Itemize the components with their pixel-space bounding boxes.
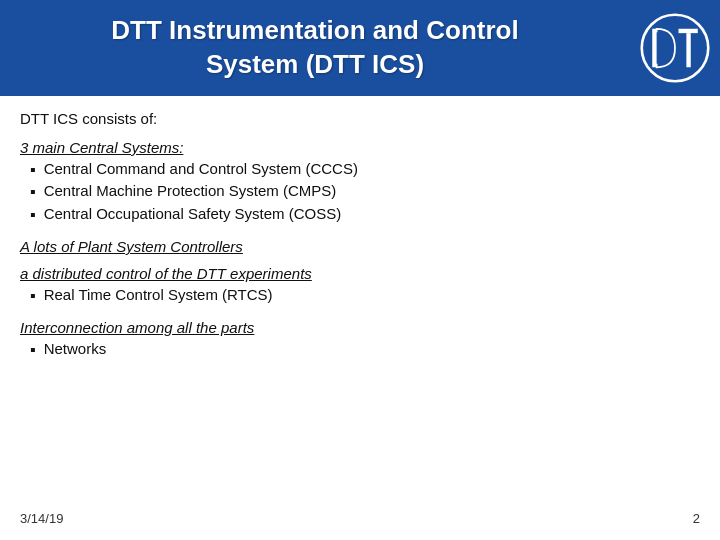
footer: 3/14/19 2 [20, 511, 700, 526]
distributed-control-list: ▪ Real Time Control System (RTCS) [20, 286, 700, 307]
central-systems-list: ▪ Central Command and Control System (CC… [20, 160, 700, 226]
item-text: Central Command and Control System (CCCS… [44, 160, 358, 177]
central-systems-heading: 3 main Central Systems: [20, 139, 700, 156]
header: DTT Instrumentation and Control System (… [0, 0, 720, 96]
item-text: Central Machine Protection System (CMPS) [44, 182, 337, 199]
bullet-icon: ▪ [30, 160, 36, 181]
footer-date: 3/14/19 [20, 511, 63, 526]
central-systems-section: 3 main Central Systems: ▪ Central Comman… [20, 139, 700, 226]
header-title-line1: DTT Instrumentation and Control [111, 15, 518, 45]
plant-controllers-heading: A lots of Plant System Controllers [20, 238, 700, 255]
list-item: ▪ Central Machine Protection System (CMP… [30, 182, 700, 203]
distributed-control-heading: a distributed control of the DTT experim… [20, 265, 700, 282]
plant-controllers-section: A lots of Plant System Controllers [20, 238, 700, 255]
interconnection-section: Interconnection among all the parts ▪ Ne… [20, 319, 700, 361]
footer-page: 2 [693, 511, 700, 526]
header-title-line2: System (DTT ICS) [206, 49, 424, 79]
bullet-icon: ▪ [30, 205, 36, 226]
list-item: ▪ Real Time Control System (RTCS) [30, 286, 700, 307]
list-item: ▪ Central Occupational Safety System (CO… [30, 205, 700, 226]
header-title: DTT Instrumentation and Control System (… [111, 14, 518, 82]
svg-rect-2 [679, 29, 698, 33]
item-text: Central Occupational Safety System (COSS… [44, 205, 342, 222]
item-text: Networks [44, 340, 107, 357]
header-title-block: DTT Instrumentation and Control System (… [0, 0, 630, 96]
item-text: Real Time Control System (RTCS) [44, 286, 273, 303]
list-item: ▪ Networks [30, 340, 700, 361]
list-item: ▪ Central Command and Control System (CC… [30, 160, 700, 181]
logo-area [630, 0, 720, 96]
bullet-icon: ▪ [30, 286, 36, 307]
svg-rect-3 [686, 33, 690, 67]
dtt-logo-icon [640, 13, 710, 83]
bullet-icon: ▪ [30, 182, 36, 203]
main-content: DTT ICS consists of: 3 main Central Syst… [0, 96, 720, 383]
interconnection-list: ▪ Networks [20, 340, 700, 361]
bullet-icon: ▪ [30, 340, 36, 361]
intro-text: DTT ICS consists of: [20, 110, 700, 127]
distributed-control-section: a distributed control of the DTT experim… [20, 265, 700, 307]
interconnection-heading: Interconnection among all the parts [20, 319, 700, 336]
